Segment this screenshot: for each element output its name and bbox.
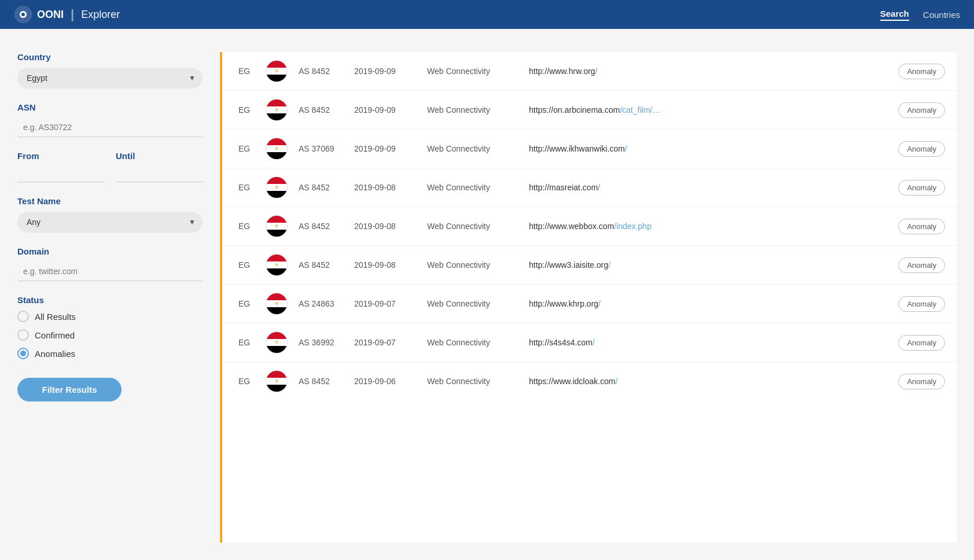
flag-eagle: ⚜	[274, 69, 279, 74]
table-row[interactable]: EG ⚜ AS 36992 2019-09-07 Web Connectivit…	[222, 323, 957, 362]
result-cc: EG	[234, 144, 255, 153]
radio-anomalies-outer	[17, 348, 29, 359]
table-row[interactable]: EG ⚜ AS 8452 2019-09-09 Web Connectivity…	[222, 52, 957, 91]
table-row[interactable]: EG ⚜ AS 8452 2019-09-09 Web Connectivity…	[222, 91, 957, 130]
flag-circle-eg: ⚜	[266, 370, 288, 392]
result-flag: ⚜	[264, 215, 289, 237]
asn-input[interactable]	[17, 118, 203, 137]
test-name-select[interactable]: Any Web Connectivity	[17, 212, 203, 233]
flag-white-stripe: ⚜	[266, 378, 287, 385]
result-flag: ⚜	[264, 176, 289, 198]
result-asn: AS 8452	[299, 67, 345, 76]
radio-all-results-outer	[17, 311, 29, 322]
url-path: /index.php	[614, 222, 652, 231]
flag-black-stripe	[266, 346, 287, 353]
flag-black-stripe	[266, 385, 287, 392]
flag-eagle: ⚜	[274, 224, 279, 229]
brand-separator: |	[71, 7, 74, 22]
status-badge[interactable]: Anomaly	[898, 141, 945, 157]
flag-red-stripe	[266, 138, 287, 145]
table-row[interactable]: EG ⚜ AS 24863 2019-09-07 Web Connectivit…	[222, 285, 957, 323]
result-test-name: Web Connectivity	[427, 183, 520, 192]
result-url: http://www.khrp.org/	[529, 299, 872, 308]
nav-search[interactable]: Search	[880, 9, 909, 21]
status-badge[interactable]: Anomaly	[898, 257, 945, 273]
flag-circle-eg: ⚜	[266, 138, 288, 160]
status-badge[interactable]: Anomaly	[898, 180, 945, 196]
result-flag: ⚜	[264, 99, 289, 121]
flag-white-stripe: ⚜	[266, 261, 287, 268]
app-header: OONI | Explorer Search Countries	[0, 0, 974, 29]
flag-red-stripe	[266, 332, 287, 339]
url-base: http://www3.iaisite.org	[529, 260, 608, 270]
table-row[interactable]: EG ⚜ AS 8452 2019-09-08 Web Connectivity…	[222, 168, 957, 207]
result-status-col: Anomaly	[881, 296, 945, 312]
url-path: /	[593, 338, 595, 347]
status-badge[interactable]: Anomaly	[898, 335, 945, 351]
flag-white-stripe: ⚜	[266, 145, 287, 152]
status-badge[interactable]: Anomaly	[898, 102, 945, 118]
flag-black-stripe	[266, 75, 287, 82]
result-cc: EG	[234, 222, 255, 231]
country-select[interactable]: Egypt	[17, 68, 203, 89]
ooni-logo-icon	[14, 5, 32, 24]
flag-eagle: ⚜	[274, 146, 279, 152]
url-base: http://masreiat.com	[529, 183, 598, 192]
result-flag: ⚜	[264, 254, 289, 276]
result-test-name: Web Connectivity	[427, 260, 520, 270]
result-date: 2019-09-08	[354, 183, 418, 192]
table-row[interactable]: EG ⚜ AS 37069 2019-09-09 Web Connectivit…	[222, 130, 957, 168]
result-cc: EG	[234, 377, 255, 386]
url-path: /	[608, 260, 611, 270]
result-asn: AS 24863	[299, 299, 345, 308]
table-row[interactable]: EG ⚜ AS 8452 2019-09-08 Web Connectivity…	[222, 207, 957, 246]
status-anomalies[interactable]: Anomalies	[17, 348, 203, 359]
result-url: https://www.idcloak.com/	[529, 377, 872, 386]
from-input[interactable]	[17, 165, 104, 182]
country-select-wrapper: Egypt ▼	[17, 68, 203, 89]
domain-input[interactable]	[17, 262, 203, 281]
nav-countries[interactable]: Countries	[923, 10, 960, 20]
result-date: 2019-09-09	[354, 67, 418, 76]
flag-eagle: ⚜	[274, 263, 279, 268]
url-base: https://www.idcloak.com	[529, 377, 615, 386]
test-name-filter: Test Name Any Web Connectivity ▼	[17, 196, 203, 233]
flag-circle-eg: ⚜	[266, 331, 288, 353]
status-all-results[interactable]: All Results	[17, 311, 203, 322]
result-flag: ⚜	[264, 60, 289, 82]
flag-black-stripe	[266, 191, 287, 198]
flag-circle-eg: ⚜	[266, 99, 288, 121]
until-filter: Until 2019-09-10	[116, 151, 203, 182]
result-status-col: Anomaly	[881, 374, 945, 389]
flag-circle-eg: ⚜	[266, 293, 288, 315]
status-badge[interactable]: Anomaly	[898, 219, 945, 234]
flag-circle-eg: ⚜	[266, 176, 288, 198]
main-layout: Country Egypt ▼ ASN From Until 2019-09-1…	[0, 29, 974, 560]
until-input[interactable]: 2019-09-10	[116, 165, 203, 182]
flag-eagle: ⚜	[274, 379, 279, 384]
filter-results-button[interactable]: Filter Results	[17, 378, 122, 401]
flag-circle-eg: ⚜	[266, 60, 288, 82]
ooni-logo: OONI | Explorer	[14, 5, 120, 24]
status-badge[interactable]: Anomaly	[898, 296, 945, 312]
result-asn: AS 8452	[299, 377, 345, 386]
result-flag: ⚜	[264, 370, 289, 392]
table-row[interactable]: EG ⚜ AS 8452 2019-09-08 Web Connectivity…	[222, 246, 957, 285]
flag-circle-eg: ⚜	[266, 254, 288, 276]
result-date: 2019-09-08	[354, 222, 418, 231]
main-nav: Search Countries	[880, 9, 960, 21]
table-row[interactable]: EG ⚜ AS 8452 2019-09-06 Web Connectivity…	[222, 362, 957, 400]
status-badge[interactable]: Anomaly	[898, 374, 945, 389]
result-status-col: Anomaly	[881, 141, 945, 157]
status-badge[interactable]: Anomaly	[898, 64, 945, 79]
url-path: /cat_film/…	[620, 105, 660, 115]
asn-label: ASN	[17, 102, 203, 112]
result-cc: EG	[234, 338, 255, 347]
url-base: http://www.webbox.com	[529, 222, 614, 231]
test-name-select-wrapper: Any Web Connectivity ▼	[17, 212, 203, 233]
result-date: 2019-09-07	[354, 299, 418, 308]
country-label: Country	[17, 52, 203, 62]
status-confirmed[interactable]: Confirmed	[17, 329, 203, 341]
result-url: http://masreiat.com/	[529, 183, 872, 192]
flag-white-stripe: ⚜	[266, 106, 287, 113]
